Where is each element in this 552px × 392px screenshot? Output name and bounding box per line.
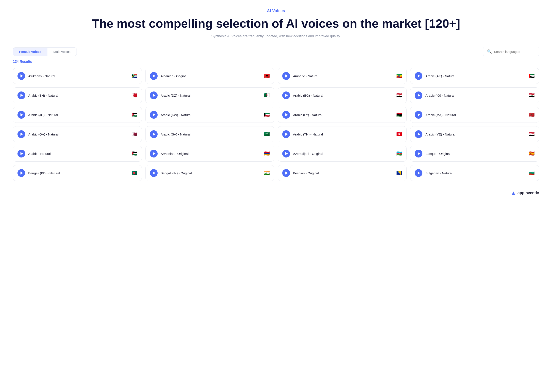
voice-card[interactable]: Arabic (QA) - Natural 🇶🇦 [13,126,142,142]
play-button[interactable] [17,150,25,157]
play-button[interactable] [150,130,158,138]
voice-card[interactable]: Azerbaijani - Original 🇦🇿 [278,146,407,161]
voice-name: Arabic (EG) - Natural [293,94,323,97]
flag-icon: 🇧🇦 [396,170,402,176]
voice-left: Arabic - Natural [17,150,51,157]
voice-name: Bengali (BD) - Natural [28,171,60,175]
brand-name: appinventiv [518,191,539,195]
play-button[interactable] [282,72,290,80]
voice-left: Arabic (LY) - Natural [282,111,322,119]
play-button[interactable] [415,91,422,99]
voice-name: Bosnian - Original [293,171,319,175]
flag-icon: 🇦🇱 [264,73,270,79]
flag-icon: 🇪🇸 [529,151,535,156]
page-header: AI Voices The most compelling selection … [13,9,539,38]
tab-female[interactable]: Female voices [13,48,48,56]
voice-name: Arabic (JO) - Natural [28,113,58,117]
voice-card[interactable]: Arabic (BH) - Natural 🇧🇭 [13,87,142,103]
play-button[interactable] [415,169,422,177]
flag-icon: 🇦🇿 [396,151,402,156]
voice-left: Bengali (BD) - Natural [17,169,60,177]
voice-card[interactable]: Armenian - Original 🇦🇲 [145,146,274,161]
search-input[interactable] [494,50,535,54]
voice-name: Arabic (MA) - Natural [425,113,456,117]
voice-card[interactable]: Arabic (AE) - Natural 🇦🇪 [410,68,539,84]
voice-card[interactable]: Arabic (EG) - Natural 🇪🇬 [278,87,407,103]
flag-icon: 🇲🇦 [529,112,535,118]
footer: ▲ appinventiv [13,190,539,196]
flag-icon: 🇮🇳 [264,170,270,176]
voice-card[interactable]: Arabic (LY) - Natural 🇱🇾 [278,107,407,123]
play-button[interactable] [150,150,158,157]
play-button[interactable] [17,111,25,119]
brand-logo: ▲ appinventiv [511,190,539,196]
flag-icon: 🇧🇩 [131,170,137,176]
play-button[interactable] [150,72,158,80]
play-button[interactable] [150,111,158,119]
voice-card[interactable]: Bengali (IN) - Original 🇮🇳 [145,165,274,181]
play-button[interactable] [282,150,290,157]
voice-card[interactable]: Arabic (JO) - Natural 🇯🇴 [13,107,142,123]
tab-male[interactable]: Male voices [48,48,76,56]
controls-bar: Female voices Male voices 🔍 [13,47,539,56]
play-button[interactable] [17,130,25,138]
flag-icon: 🇧🇬 [529,170,535,176]
play-button[interactable] [17,169,25,177]
voice-card[interactable]: Bengali (BD) - Natural 🇧🇩 [13,165,142,181]
voice-card[interactable]: Afrikaans - Natural 🇿🇦 [13,68,142,84]
results-count: 134 Results [13,60,539,64]
ai-voices-label: AI Voices [13,9,539,13]
flag-icon: 🇾🇪 [529,131,535,137]
voice-name: Afrikaans - Natural [28,74,55,78]
play-button[interactable] [415,130,422,138]
voice-left: Bengali (IN) - Original [150,169,192,177]
main-title: The most compelling selection of AI voic… [13,17,539,30]
voice-left: Bulgarian - Natural [415,169,452,177]
voice-card[interactable]: Arabic (YE) - Natural 🇾🇪 [410,126,539,142]
subtitle: Synthesia AI Voices are frequently updat… [13,34,539,38]
voice-card[interactable]: Bosnian - Original 🇧🇦 [278,165,407,181]
voice-card[interactable]: Arabic (SA) - Natural 🇸🇦 [145,126,274,142]
play-button[interactable] [282,111,290,119]
voice-card[interactable]: Arabic - Natural 🇵🇸 [13,146,142,161]
voice-card[interactable]: Basque - Original 🇪🇸 [410,146,539,161]
voice-card[interactable]: Arabic (KW) - Natural 🇰🇼 [145,107,274,123]
voice-card[interactable]: Arabic (IQ) - Natural 🇮🇶 [410,87,539,103]
play-button[interactable] [415,150,422,157]
voice-name: Arabic (TN) - Natural [293,133,323,136]
play-button[interactable] [282,91,290,99]
play-button[interactable] [282,169,290,177]
play-button[interactable] [150,91,158,99]
voice-left: Arabic (QA) - Natural [17,130,58,138]
flag-icon: 🇪🇬 [396,92,402,98]
voices-grid: Afrikaans - Natural 🇿🇦 Albanian - Origin… [13,68,539,181]
flag-icon: 🇵🇸 [131,151,137,156]
voice-name: Albanian - Original [161,74,187,78]
voice-card[interactable]: Arabic (TN) - Natural 🇹🇳 [278,126,407,142]
flag-icon: 🇦🇲 [264,151,270,156]
play-button[interactable] [150,169,158,177]
voice-name: Azerbaijani - Original [293,152,323,155]
voice-name: Arabic - Natural [28,152,51,155]
play-button[interactable] [415,72,422,80]
play-button[interactable] [415,111,422,119]
play-button[interactable] [282,130,290,138]
play-button[interactable] [17,91,25,99]
voice-left: Bosnian - Original [282,169,319,177]
voice-card[interactable]: Arabic (DZ) - Natural 🇩🇿 [145,87,274,103]
voice-left: Arabic (KW) - Natural [150,111,192,119]
play-button[interactable] [17,72,25,80]
voice-name: Arabic (LY) - Natural [293,113,322,117]
voice-card[interactable]: Albanian - Original 🇦🇱 [145,68,274,84]
voice-card[interactable]: Bulgarian - Natural 🇧🇬 [410,165,539,181]
voice-left: Afrikaans - Natural [17,72,55,80]
voice-card[interactable]: Arabic (MA) - Natural 🇲🇦 [410,107,539,123]
voice-name: Arabic (DZ) - Natural [161,94,190,97]
flag-icon: 🇪🇹 [396,73,402,79]
voice-left: Arabic (MA) - Natural [415,111,456,119]
voice-name: Arabic (YE) - Natural [425,133,455,136]
voice-left: Albanian - Original [150,72,187,80]
flag-icon: 🇱🇾 [396,112,402,118]
voice-name: Bulgarian - Natural [425,171,452,175]
voice-card[interactable]: Amharic - Natural 🇪🇹 [278,68,407,84]
